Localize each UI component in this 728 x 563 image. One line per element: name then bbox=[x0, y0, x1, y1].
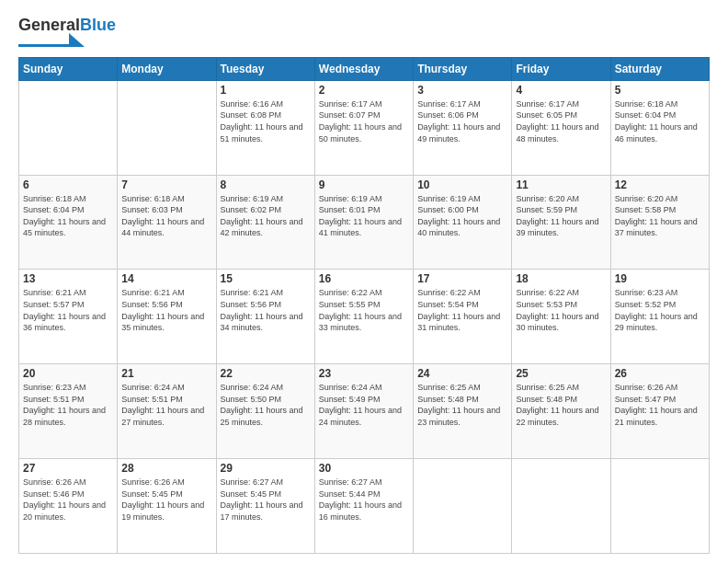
day-info: Sunrise: 6:24 AM Sunset: 5:49 PM Dayligh… bbox=[319, 382, 409, 428]
calendar-cell: 5Sunrise: 6:18 AM Sunset: 6:04 PM Daylig… bbox=[610, 80, 709, 175]
calendar-week-row: 6Sunrise: 6:18 AM Sunset: 6:04 PM Daylig… bbox=[19, 175, 710, 270]
day-info: Sunrise: 6:20 AM Sunset: 5:58 PM Dayligh… bbox=[615, 193, 705, 239]
weekday-header: Monday bbox=[118, 57, 216, 80]
day-number: 14 bbox=[121, 272, 211, 285]
day-info: Sunrise: 6:27 AM Sunset: 5:44 PM Dayligh… bbox=[319, 477, 409, 523]
day-number: 17 bbox=[417, 272, 507, 285]
day-info: Sunrise: 6:26 AM Sunset: 5:45 PM Dayligh… bbox=[121, 477, 211, 523]
header: GeneralBlue bbox=[18, 17, 710, 50]
day-number: 4 bbox=[516, 84, 606, 97]
day-info: Sunrise: 6:26 AM Sunset: 5:46 PM Dayligh… bbox=[23, 477, 113, 523]
day-info: Sunrise: 6:17 AM Sunset: 6:05 PM Dayligh… bbox=[516, 98, 606, 144]
day-info: Sunrise: 6:17 AM Sunset: 6:06 PM Dayligh… bbox=[417, 98, 507, 144]
day-number: 18 bbox=[516, 272, 606, 285]
calendar-cell: 3Sunrise: 6:17 AM Sunset: 6:06 PM Daylig… bbox=[414, 80, 512, 175]
calendar-cell: 14Sunrise: 6:21 AM Sunset: 5:56 PM Dayli… bbox=[118, 270, 216, 364]
day-info: Sunrise: 6:24 AM Sunset: 5:51 PM Dayligh… bbox=[121, 382, 211, 428]
calendar-cell: 20Sunrise: 6:23 AM Sunset: 5:51 PM Dayli… bbox=[19, 364, 118, 459]
day-info: Sunrise: 6:21 AM Sunset: 5:56 PM Dayligh… bbox=[121, 287, 211, 333]
calendar-cell: 29Sunrise: 6:27 AM Sunset: 5:45 PM Dayli… bbox=[216, 459, 314, 554]
day-number: 26 bbox=[615, 367, 705, 380]
day-number: 22 bbox=[221, 367, 311, 380]
logo-blue: Blue bbox=[80, 16, 116, 34]
day-number: 15 bbox=[221, 272, 311, 285]
day-number: 21 bbox=[121, 367, 211, 380]
day-number: 11 bbox=[516, 178, 606, 191]
logo-general: General bbox=[18, 16, 80, 34]
weekday-header: Thursday bbox=[414, 57, 512, 80]
calendar-cell: 10Sunrise: 6:19 AM Sunset: 6:00 PM Dayli… bbox=[414, 175, 512, 270]
svg-marker-1 bbox=[69, 33, 85, 47]
day-info: Sunrise: 6:23 AM Sunset: 5:51 PM Dayligh… bbox=[23, 382, 113, 428]
day-info: Sunrise: 6:17 AM Sunset: 6:07 PM Dayligh… bbox=[319, 98, 409, 144]
calendar-cell: 26Sunrise: 6:26 AM Sunset: 5:47 PM Dayli… bbox=[610, 364, 709, 459]
calendar-week-row: 1Sunrise: 6:16 AM Sunset: 6:08 PM Daylig… bbox=[19, 80, 710, 175]
calendar-cell bbox=[610, 459, 709, 554]
day-number: 13 bbox=[23, 272, 113, 285]
calendar-week-row: 27Sunrise: 6:26 AM Sunset: 5:46 PM Dayli… bbox=[19, 459, 710, 554]
day-info: Sunrise: 6:22 AM Sunset: 5:53 PM Dayligh… bbox=[516, 287, 606, 333]
day-number: 20 bbox=[23, 367, 113, 380]
weekday-header: Sunday bbox=[19, 57, 118, 80]
calendar-cell bbox=[414, 459, 512, 554]
day-info: Sunrise: 6:24 AM Sunset: 5:50 PM Dayligh… bbox=[221, 382, 311, 428]
day-number: 9 bbox=[319, 178, 409, 191]
calendar-cell: 13Sunrise: 6:21 AM Sunset: 5:57 PM Dayli… bbox=[19, 270, 118, 364]
day-info: Sunrise: 6:25 AM Sunset: 5:48 PM Dayligh… bbox=[417, 382, 507, 428]
day-number: 6 bbox=[23, 178, 113, 191]
calendar-cell bbox=[19, 80, 118, 175]
day-info: Sunrise: 6:23 AM Sunset: 5:52 PM Dayligh… bbox=[615, 287, 705, 333]
day-info: Sunrise: 6:16 AM Sunset: 6:08 PM Dayligh… bbox=[221, 98, 311, 144]
calendar-cell: 19Sunrise: 6:23 AM Sunset: 5:52 PM Dayli… bbox=[610, 270, 709, 364]
day-number: 5 bbox=[615, 84, 705, 97]
calendar-cell bbox=[118, 80, 216, 175]
calendar-cell: 2Sunrise: 6:17 AM Sunset: 6:07 PM Daylig… bbox=[314, 80, 413, 175]
calendar-cell: 24Sunrise: 6:25 AM Sunset: 5:48 PM Dayli… bbox=[414, 364, 512, 459]
day-number: 1 bbox=[221, 84, 311, 97]
day-number: 29 bbox=[221, 462, 311, 475]
day-info: Sunrise: 6:18 AM Sunset: 6:04 PM Dayligh… bbox=[615, 98, 705, 144]
svg-rect-0 bbox=[18, 44, 69, 47]
page: GeneralBlue SundayMondayTuesdayWednesday… bbox=[0, 0, 728, 563]
day-info: Sunrise: 6:18 AM Sunset: 6:04 PM Dayligh… bbox=[23, 193, 113, 239]
day-number: 10 bbox=[417, 178, 507, 191]
day-info: Sunrise: 6:19 AM Sunset: 6:02 PM Dayligh… bbox=[221, 193, 311, 239]
logo: GeneralBlue bbox=[18, 17, 116, 50]
day-number: 7 bbox=[121, 178, 211, 191]
weekday-header: Friday bbox=[512, 57, 610, 80]
calendar-cell: 11Sunrise: 6:20 AM Sunset: 5:59 PM Dayli… bbox=[512, 175, 610, 270]
day-info: Sunrise: 6:22 AM Sunset: 5:55 PM Dayligh… bbox=[319, 287, 409, 333]
day-info: Sunrise: 6:21 AM Sunset: 5:57 PM Dayligh… bbox=[23, 287, 113, 333]
weekday-header: Wednesday bbox=[314, 57, 413, 80]
day-number: 28 bbox=[121, 462, 211, 475]
day-info: Sunrise: 6:20 AM Sunset: 5:59 PM Dayligh… bbox=[516, 193, 606, 239]
header-row: SundayMondayTuesdayWednesdayThursdayFrid… bbox=[19, 57, 710, 80]
day-number: 24 bbox=[417, 367, 507, 380]
day-number: 3 bbox=[417, 84, 507, 97]
day-number: 16 bbox=[319, 272, 409, 285]
calendar-cell: 16Sunrise: 6:22 AM Sunset: 5:55 PM Dayli… bbox=[314, 270, 413, 364]
day-number: 25 bbox=[516, 367, 606, 380]
calendar-week-row: 13Sunrise: 6:21 AM Sunset: 5:57 PM Dayli… bbox=[19, 270, 710, 364]
day-info: Sunrise: 6:22 AM Sunset: 5:54 PM Dayligh… bbox=[417, 287, 507, 333]
weekday-header: Saturday bbox=[610, 57, 709, 80]
day-info: Sunrise: 6:26 AM Sunset: 5:47 PM Dayligh… bbox=[615, 382, 705, 428]
calendar-table: SundayMondayTuesdayWednesdayThursdayFrid… bbox=[18, 57, 710, 554]
calendar-cell: 17Sunrise: 6:22 AM Sunset: 5:54 PM Dayli… bbox=[414, 270, 512, 364]
calendar-cell: 28Sunrise: 6:26 AM Sunset: 5:45 PM Dayli… bbox=[118, 459, 216, 554]
calendar-cell: 21Sunrise: 6:24 AM Sunset: 5:51 PM Dayli… bbox=[118, 364, 216, 459]
day-number: 12 bbox=[615, 178, 705, 191]
calendar-cell: 8Sunrise: 6:19 AM Sunset: 6:02 PM Daylig… bbox=[216, 175, 314, 270]
calendar-cell: 4Sunrise: 6:17 AM Sunset: 6:05 PM Daylig… bbox=[512, 80, 610, 175]
calendar-cell: 25Sunrise: 6:25 AM Sunset: 5:48 PM Dayli… bbox=[512, 364, 610, 459]
weekday-header: Tuesday bbox=[216, 57, 314, 80]
calendar-week-row: 20Sunrise: 6:23 AM Sunset: 5:51 PM Dayli… bbox=[19, 364, 710, 459]
day-number: 27 bbox=[23, 462, 113, 475]
calendar-cell: 15Sunrise: 6:21 AM Sunset: 5:56 PM Dayli… bbox=[216, 270, 314, 364]
day-number: 30 bbox=[319, 462, 409, 475]
day-info: Sunrise: 6:27 AM Sunset: 5:45 PM Dayligh… bbox=[221, 477, 311, 523]
calendar-cell: 6Sunrise: 6:18 AM Sunset: 6:04 PM Daylig… bbox=[19, 175, 118, 270]
day-info: Sunrise: 6:18 AM Sunset: 6:03 PM Dayligh… bbox=[121, 193, 211, 239]
day-info: Sunrise: 6:19 AM Sunset: 6:00 PM Dayligh… bbox=[417, 193, 507, 239]
calendar-cell: 9Sunrise: 6:19 AM Sunset: 6:01 PM Daylig… bbox=[314, 175, 413, 270]
